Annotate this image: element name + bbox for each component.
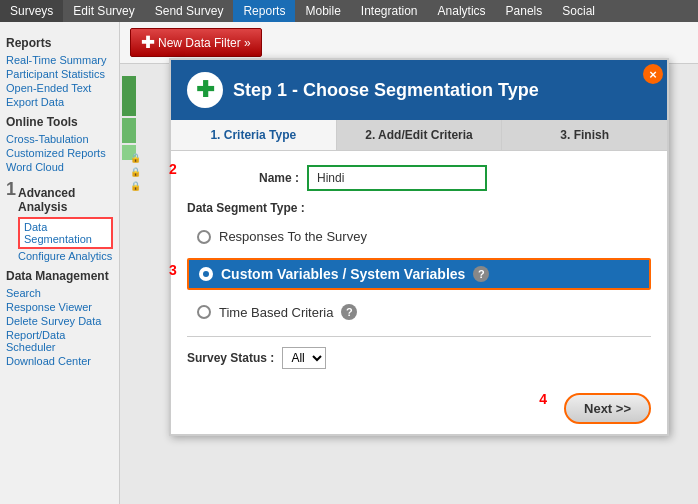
divider bbox=[187, 336, 651, 337]
sidebar-item-responseviewer[interactable]: Response Viewer bbox=[6, 300, 113, 314]
sidebar-item-participant[interactable]: Participant Statistics bbox=[6, 67, 113, 81]
steps-bar: 1. Criteria Type 2. Add/Edit Criteria 3.… bbox=[171, 120, 667, 151]
plus-cross-icon: ✚ bbox=[196, 77, 214, 103]
sidebar-item-wordcloud[interactable]: Word Cloud bbox=[6, 160, 113, 174]
segment-type-label: Data Segment Type : bbox=[187, 201, 651, 215]
new-data-filter-button[interactable]: ✚ New Data Filter » bbox=[130, 28, 262, 57]
help-icon-custom[interactable]: ? bbox=[473, 266, 489, 282]
status-select[interactable]: All bbox=[282, 347, 326, 369]
radio-dot-custom bbox=[199, 267, 213, 281]
nav-edit-survey[interactable]: Edit Survey bbox=[63, 0, 144, 22]
radio-dot-responses bbox=[197, 230, 211, 244]
nav-social[interactable]: Social bbox=[552, 0, 605, 22]
sidebar-item-configanalytics[interactable]: Configure Analytics bbox=[18, 249, 113, 263]
radio-label-responses: Responses To the Survey bbox=[219, 229, 367, 244]
modal-footer: 4 Next >> bbox=[171, 383, 667, 434]
name-label: Name : bbox=[187, 171, 307, 185]
sidebar-item-datasegmentation[interactable]: Data Segmentation bbox=[18, 217, 113, 249]
sidebar-item-realtime[interactable]: Real-Time Summary bbox=[6, 53, 113, 67]
radio-timebased[interactable]: Time Based Criteria ? bbox=[187, 298, 651, 326]
radio-dot-timebased bbox=[197, 305, 211, 319]
annotation-4: 4 bbox=[539, 391, 547, 407]
name-input[interactable] bbox=[307, 165, 487, 191]
nav-integration[interactable]: Integration bbox=[351, 0, 428, 22]
modal-header-icon: ✚ bbox=[187, 72, 223, 108]
nav-surveys[interactable]: Surveys bbox=[0, 0, 63, 22]
new-filter-label: New Data Filter » bbox=[158, 36, 251, 50]
radio-label-timebased: Time Based Criteria bbox=[219, 305, 333, 320]
content-area: ✚ New Data Filter » 🔒 🔒 🔒 × ✚ bbox=[120, 22, 698, 504]
modal-body: 2 Name : Data Segment Type : Responses T… bbox=[171, 151, 667, 383]
main-layout: Reports Real-Time Summary Participant St… bbox=[0, 22, 698, 504]
sidebar-section-onlinetools: Online Tools bbox=[6, 115, 113, 129]
sidebar-item-downloadcenter[interactable]: Download Center bbox=[6, 354, 113, 368]
sidebar-item-search[interactable]: Search bbox=[6, 286, 113, 300]
step-1[interactable]: 1. Criteria Type bbox=[171, 120, 337, 150]
sidebar-section-datamanagement: Data Management bbox=[6, 269, 113, 283]
sidebar-item-openended[interactable]: Open-Ended Text bbox=[6, 81, 113, 95]
modal-header: ✚ Step 1 - Choose Segmentation Type bbox=[171, 60, 667, 120]
nav-panels[interactable]: Panels bbox=[496, 0, 553, 22]
sidebar-item-customreports[interactable]: Customized Reports bbox=[6, 146, 113, 160]
nav-analytics[interactable]: Analytics bbox=[428, 0, 496, 22]
sidebar-item-exportdata[interactable]: Export Data bbox=[6, 95, 113, 109]
modal-overlay: × ✚ Step 1 - Choose Segmentation Type 1.… bbox=[140, 58, 698, 504]
sidebar-section-advanced: Advanced Analysis bbox=[18, 186, 113, 214]
next-button[interactable]: Next >> bbox=[564, 393, 651, 424]
sidebar-item-crosstab[interactable]: Cross-Tabulation bbox=[6, 132, 113, 146]
status-label: Survey Status : bbox=[187, 351, 274, 365]
top-navigation: Surveys Edit Survey Send Survey Reports … bbox=[0, 0, 698, 22]
radio-label-custom: Custom Variables / System Variables bbox=[221, 266, 465, 282]
nav-mobile[interactable]: Mobile bbox=[295, 0, 350, 22]
annotation-3: 3 bbox=[169, 262, 177, 278]
plus-icon: ✚ bbox=[141, 33, 154, 52]
modal-title: Step 1 - Choose Segmentation Type bbox=[233, 80, 539, 101]
help-icon-timebased[interactable]: ? bbox=[341, 304, 357, 320]
chart-bars bbox=[120, 72, 142, 164]
nav-send-survey[interactable]: Send Survey bbox=[145, 0, 234, 22]
radio-custom-variables[interactable]: Custom Variables / System Variables ? bbox=[187, 258, 651, 290]
sidebar: Reports Real-Time Summary Participant St… bbox=[0, 22, 120, 504]
radio-responses[interactable]: Responses To the Survey bbox=[187, 223, 651, 250]
step-2[interactable]: 2. Add/Edit Criteria bbox=[337, 120, 503, 150]
modal-close-button[interactable]: × bbox=[643, 64, 663, 84]
annotation-1: 1 bbox=[6, 180, 16, 198]
sidebar-item-scheduler[interactable]: Report/Data Scheduler bbox=[6, 328, 113, 354]
status-row: Survey Status : All bbox=[187, 347, 651, 369]
step-3[interactable]: 3. Finish bbox=[502, 120, 667, 150]
sidebar-section-reports: Reports bbox=[6, 36, 113, 50]
modal: × ✚ Step 1 - Choose Segmentation Type 1.… bbox=[169, 58, 669, 436]
annotation-2: 2 bbox=[169, 161, 177, 177]
nav-reports[interactable]: Reports bbox=[233, 0, 295, 22]
sidebar-item-deletesurvey[interactable]: Delete Survey Data bbox=[6, 314, 113, 328]
